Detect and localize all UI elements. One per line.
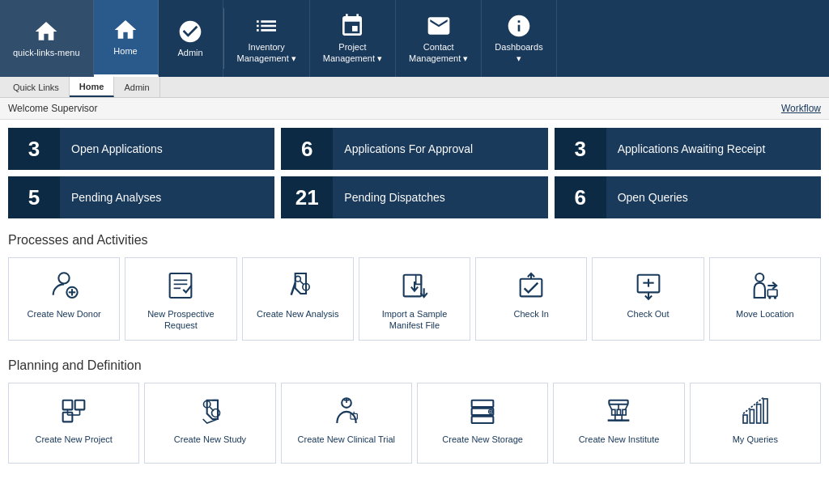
- svg-rect-25: [63, 400, 73, 409]
- stat-applications-approval-label: Applications For Approval: [333, 142, 484, 155]
- svg-rect-47: [612, 409, 615, 415]
- nav-inventory-label: InventoryManagement ▾: [237, 42, 296, 63]
- nav-dashboards[interactable]: Dashboards▾: [482, 0, 556, 77]
- breadcrumb-quick-links[interactable]: Quick Links: [3, 77, 70, 97]
- nav-dashboards-label: Dashboards▾: [495, 42, 542, 63]
- nav-contact-label: ContactManagement ▾: [409, 42, 468, 63]
- check-out-label: Check Out: [627, 308, 670, 320]
- svg-rect-40: [472, 400, 494, 406]
- project-icon: [57, 395, 90, 427]
- my-queries-label: My Queries: [733, 434, 778, 445]
- nav-inventory[interactable]: InventoryManagement ▾: [224, 0, 310, 77]
- create-study-label: Create New Study: [174, 434, 246, 445]
- institute-icon: [602, 395, 635, 427]
- svg-rect-14: [521, 279, 542, 297]
- nav-home-label: Home: [113, 46, 137, 57]
- svg-rect-55: [743, 415, 747, 423]
- create-institute-card[interactable]: Create New Institute: [553, 383, 684, 464]
- import-manifest-label: Import a Sample Manifest File: [364, 308, 465, 332]
- create-donor-label: Create New Donor: [28, 308, 101, 320]
- stat-pending-dispatches-number: 21: [281, 176, 333, 218]
- stat-open-queries-label: Open Queries: [606, 191, 699, 204]
- svg-rect-26: [75, 400, 85, 409]
- processes-section-title: Processes and Activities: [0, 223, 829, 254]
- create-donor-card[interactable]: Create New Donor: [8, 257, 120, 341]
- nav-quick-links-label: quick-links-menu: [13, 48, 80, 58]
- create-storage-label: Create New Storage: [442, 434, 523, 445]
- create-analysis-card[interactable]: Create New Analysis: [242, 257, 354, 341]
- svg-rect-49: [623, 409, 626, 415]
- stat-open-queries-number: 6: [555, 176, 606, 218]
- move-icon: [749, 269, 781, 302]
- move-location-label: Move Location: [736, 308, 794, 320]
- trial-icon: [330, 395, 363, 427]
- svg-rect-56: [750, 409, 754, 423]
- processes-grid: Create New Donor New Prospective Request: [0, 254, 829, 349]
- breadcrumb-home-label: Home: [79, 82, 104, 91]
- check-in-label: Check In: [514, 308, 549, 320]
- nav-admin[interactable]: Admin: [159, 0, 223, 77]
- check-out-card[interactable]: Check Out: [592, 257, 704, 341]
- queries-icon: [739, 395, 772, 427]
- planning-grid: Create New Project Create New Study: [0, 379, 829, 472]
- check-in-card[interactable]: Check In: [475, 257, 587, 341]
- create-analysis-label: Create New Analysis: [257, 308, 339, 320]
- svg-point-24: [774, 296, 776, 299]
- donor-icon: [48, 269, 80, 302]
- svg-rect-58: [763, 399, 767, 423]
- breadcrumb-admin[interactable]: Admin: [114, 77, 159, 97]
- welcome-text: Welcome Supervisor: [8, 103, 97, 114]
- stat-open-queries[interactable]: 6 Open Queries: [555, 176, 821, 218]
- svg-rect-57: [756, 404, 760, 422]
- create-study-card[interactable]: Create New Study: [144, 383, 275, 464]
- nav-home[interactable]: Home: [94, 0, 159, 77]
- stat-applications-receipt[interactable]: 3 Applications Awaiting Receipt: [555, 128, 821, 170]
- stat-pending-dispatches[interactable]: 21 Pending Dispatches: [281, 176, 547, 218]
- top-nav: quick-links-menu Home Admin InventoryMan…: [0, 0, 829, 77]
- svg-rect-42: [472, 416, 494, 422]
- stat-open-applications-label: Open Applications: [60, 142, 174, 155]
- breadcrumb-bar: Quick Links Home Admin: [0, 77, 829, 98]
- create-trial-card[interactable]: Create New Clinical Trial: [281, 383, 412, 464]
- welcome-bar: Welcome Supervisor Workflow: [0, 98, 829, 120]
- workflow-link[interactable]: Workflow: [781, 103, 821, 114]
- stat-pending-dispatches-label: Pending Dispatches: [333, 191, 457, 204]
- storage-icon: [466, 395, 499, 427]
- stats-grid: 3 Open Applications 6 Applications For A…: [0, 120, 829, 223]
- study-icon: [193, 395, 226, 427]
- new-prospective-label: New Prospective Request: [130, 308, 231, 332]
- svg-rect-48: [618, 409, 621, 415]
- stat-applications-receipt-label: Applications Awaiting Receipt: [606, 142, 777, 155]
- nav-admin-label: Admin: [177, 48, 202, 58]
- breadcrumb-admin-label: Admin: [124, 83, 149, 92]
- checkout-icon: [632, 269, 665, 302]
- breadcrumb-quick-links-label: Quick Links: [13, 83, 59, 92]
- nav-project[interactable]: ProjectManagement ▾: [310, 0, 396, 77]
- stat-pending-analyses-number: 5: [8, 176, 60, 218]
- create-project-label: Create New Project: [35, 434, 112, 445]
- stat-applications-approval[interactable]: 6 Applications For Approval: [281, 128, 547, 170]
- analysis-icon: [282, 269, 314, 302]
- create-project-card[interactable]: Create New Project: [8, 383, 139, 464]
- stat-pending-analyses[interactable]: 5 Pending Analyses: [8, 176, 274, 218]
- my-queries-card[interactable]: My Queries: [690, 383, 821, 464]
- stat-applications-receipt-number: 3: [555, 128, 606, 170]
- create-trial-label: Create New Clinical Trial: [298, 434, 395, 445]
- nav-project-label: ProjectManagement ▾: [323, 42, 382, 63]
- move-location-card[interactable]: Move Location: [709, 257, 821, 341]
- import-icon: [398, 269, 431, 302]
- new-prospective-card[interactable]: New Prospective Request: [125, 257, 236, 341]
- stat-pending-analyses-label: Pending Analyses: [60, 191, 172, 204]
- svg-rect-11: [404, 275, 422, 297]
- stat-open-applications[interactable]: 3 Open Applications: [8, 128, 274, 170]
- svg-rect-22: [767, 290, 777, 296]
- import-manifest-card[interactable]: Import a Sample Manifest File: [359, 257, 470, 341]
- nav-contact[interactable]: ContactManagement ▾: [396, 0, 482, 77]
- breadcrumb-home[interactable]: Home: [70, 77, 115, 97]
- svg-point-0: [58, 273, 69, 283]
- main-content: Welcome Supervisor Workflow 3 Open Appli…: [0, 98, 829, 504]
- nav-quick-links[interactable]: quick-links-menu: [0, 0, 94, 77]
- stat-open-applications-number: 3: [8, 128, 60, 170]
- create-storage-card[interactable]: Create New Storage: [417, 383, 548, 464]
- svg-point-20: [755, 273, 763, 282]
